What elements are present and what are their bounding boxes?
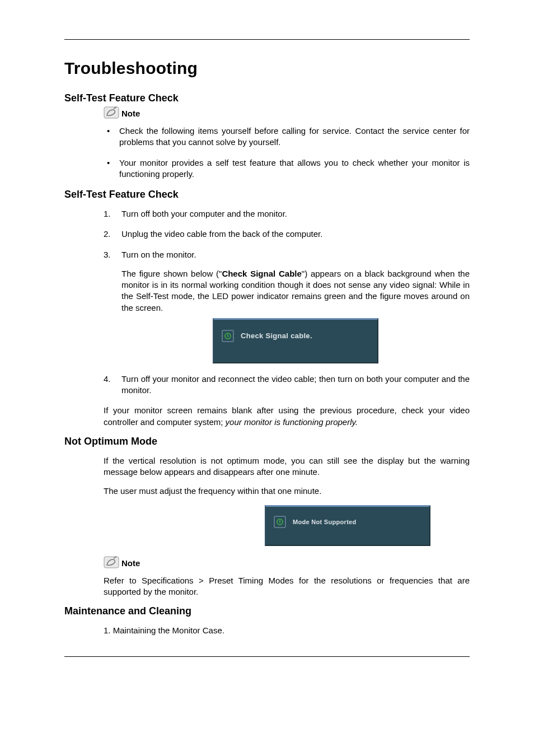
note-icon — [104, 556, 119, 568]
note-bullets: Check the following items yourself befor… — [104, 125, 470, 180]
bullet-item: Your monitor provides a self test featur… — [104, 157, 470, 180]
svg-rect-0 — [104, 107, 119, 118]
step-number: 2. — [104, 228, 117, 240]
heading-stfc-2: Self-Test Feature Check — [64, 189, 470, 200]
step-text: Turn on the monitor. — [121, 250, 196, 259]
info-icon — [222, 330, 234, 342]
heading-maintenance: Maintenance and Cleaning — [64, 605, 470, 617]
osd-figure-mode-not-supported: Mode Not Supported — [64, 505, 430, 546]
heading-stfc-1: Self-Test Feature Check — [64, 92, 470, 104]
osd-text: Check Signal cable. — [241, 331, 312, 341]
nom-paragraph-2: The user must adjust the frequency withi… — [104, 486, 470, 497]
step-item: 4. Turn off your monitor and reconnect t… — [104, 374, 470, 396]
maintenance-item-1: 1. Maintaining the Monitor Case. — [104, 625, 470, 636]
note-icon — [104, 106, 119, 119]
bullet-item: Check the following items yourself befor… — [104, 125, 470, 148]
top-rule — [64, 39, 470, 40]
step-subtext: The figure shown below ("Check Signal Ca… — [121, 268, 470, 314]
info-icon — [274, 516, 286, 528]
text-bold: Check Signal Cable — [222, 269, 301, 278]
note-label: Note — [121, 558, 140, 568]
osd-box: Check Signal cable. — [213, 318, 378, 363]
osd-box: Mode Not Supported — [265, 505, 430, 546]
heading-not-optimum: Not Optimum Mode — [64, 436, 470, 447]
step-number: 4. — [104, 374, 117, 385]
step-number: 1. — [104, 208, 117, 220]
svg-rect-2 — [104, 557, 119, 568]
note-label: Note — [121, 109, 140, 119]
page-title: Troubleshooting — [64, 59, 470, 78]
note-line-1: Note — [104, 106, 470, 119]
step-item: 2. Unplug the video cable from the back … — [104, 228, 470, 240]
text-run: The figure shown below (" — [121, 269, 222, 278]
text-italic: your monitor is functioning properly. — [226, 417, 358, 427]
step-number: 3. — [104, 249, 117, 260]
nom-paragraph-1: If the vertical resolution is not optimu… — [104, 455, 470, 478]
step-text: Turn off your monitor and reconnect the … — [121, 374, 470, 395]
after-steps-paragraph: If your monitor screen remains blank aft… — [104, 405, 470, 428]
nom-note-body: Refer to Specifications > Preset Timing … — [104, 575, 470, 598]
step-item: 1. Turn off both your computer and the m… — [104, 208, 470, 220]
step-text: Unplug the video cable from the back of … — [121, 229, 322, 239]
step-text: Turn off both your computer and the moni… — [121, 209, 287, 218]
bottom-rule — [64, 656, 470, 657]
steps-list: 1. Turn off both your computer and the m… — [104, 208, 470, 396]
note-line-2: Note — [104, 556, 470, 568]
osd-figure-check-signal: Check Signal cable. — [121, 318, 470, 363]
step-item: 3. Turn on the monitor. The figure shown… — [104, 249, 470, 363]
osd-text: Mode Not Supported — [293, 519, 357, 525]
